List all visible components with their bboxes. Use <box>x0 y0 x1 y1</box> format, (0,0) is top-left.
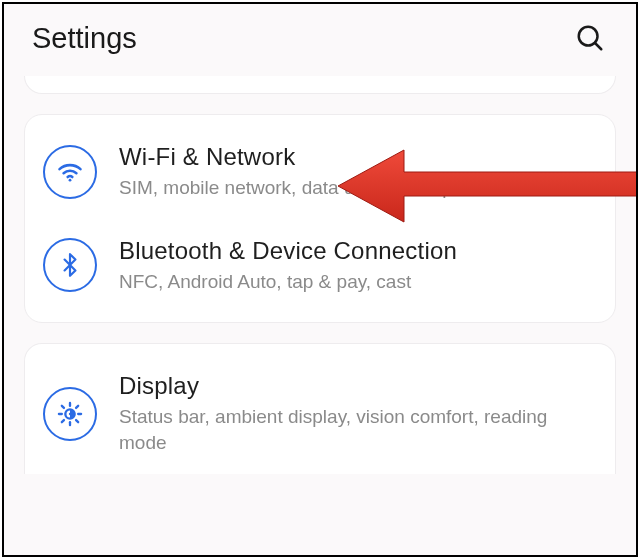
row-text: Wi-Fi & Network SIM, mobile network, dat… <box>119 143 469 201</box>
row-title: Display <box>119 372 591 400</box>
settings-row-wifi-network[interactable]: Wi-Fi & Network SIM, mobile network, dat… <box>25 125 615 219</box>
row-title: Bluetooth & Device Connection <box>119 237 457 265</box>
icon-ring <box>43 387 97 441</box>
settings-card-display: Display Status bar, ambient display, vis… <box>24 343 616 473</box>
settings-screen: Settings Wi-Fi & Network SIM, mobile net… <box>2 2 638 557</box>
page-title: Settings <box>32 22 137 55</box>
brightness-icon <box>56 400 84 428</box>
bluetooth-icon <box>57 252 83 278</box>
search-icon <box>575 23 605 53</box>
settings-row-bluetooth-device[interactable]: Bluetooth & Device Connection NFC, Andro… <box>25 219 615 313</box>
svg-line-11 <box>76 406 78 408</box>
row-text: Display Status bar, ambient display, vis… <box>119 372 591 455</box>
icon-ring <box>43 238 97 292</box>
svg-line-8 <box>62 406 64 408</box>
settings-row-display[interactable]: Display Status bar, ambient display, vis… <box>25 354 615 473</box>
search-button[interactable] <box>570 18 610 58</box>
row-subtitle: NFC, Android Auto, tap & pay, cast <box>119 269 457 295</box>
svg-line-10 <box>62 420 64 422</box>
row-subtitle: SIM, mobile network, data usage, hotspot <box>119 175 469 201</box>
settings-card-connectivity: Wi-Fi & Network SIM, mobile network, dat… <box>24 114 616 323</box>
row-text: Bluetooth & Device Connection NFC, Andro… <box>119 237 457 295</box>
wifi-icon <box>56 158 84 186</box>
row-subtitle: Status bar, ambient display, vision comf… <box>119 404 591 455</box>
icon-ring <box>43 145 97 199</box>
svg-line-1 <box>595 43 601 49</box>
svg-point-2 <box>69 179 72 182</box>
previous-card-edge <box>24 76 616 94</box>
header-bar: Settings <box>4 4 636 76</box>
svg-line-9 <box>76 420 78 422</box>
row-title: Wi-Fi & Network <box>119 143 469 171</box>
